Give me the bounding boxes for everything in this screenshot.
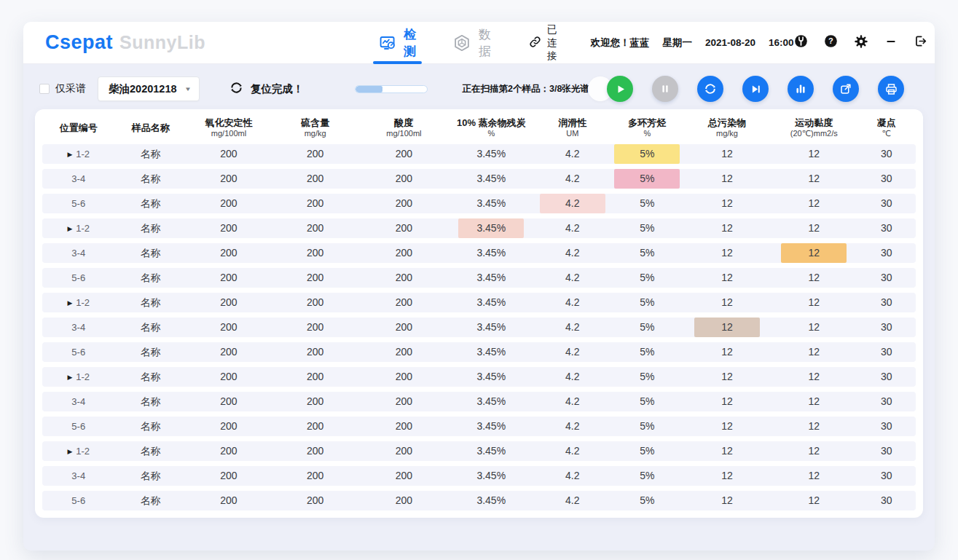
table-row[interactable]: 5-6名称2002002003.45%4.25%121230 [42,417,916,436]
chart-button[interactable] [788,76,814,102]
next-button[interactable] [742,76,769,102]
table-row[interactable]: 3-4名称2002002003.45%4.25%121230 [42,466,916,486]
exit-button[interactable] [914,34,927,51]
minimize-button[interactable] [884,35,898,51]
value-cell: 3.45% [449,491,535,510]
table-row[interactable]: ▶1-2名称2002002003.45%4.25%121230 [42,367,916,387]
expand-arrow-icon[interactable]: ▶ [67,442,72,462]
position-cell: 3-4 [42,466,115,486]
value-cell: 4.2 [534,144,611,164]
value-cell: 4.2 [534,392,611,411]
column-header: 硫含量mg/kg [271,117,359,139]
table-row[interactable]: 5-6名称2002002003.45%4.25%121230 [42,491,916,510]
value-cell: 12 [771,268,857,288]
expand-arrow-icon[interactable]: ▶ [67,145,72,165]
settings-button[interactable] [854,34,868,52]
active-tab-underline [373,61,422,64]
value-cell: 5% [611,194,684,213]
reset-refresh-icon [229,80,244,98]
value-cell: 200 [359,342,448,362]
expand-arrow-icon[interactable]: ▶ [67,219,72,239]
value-cell: 30 [857,268,916,288]
value-cell: 200 [271,293,359,312]
position-cell: 5-6 [42,491,115,510]
value-cell: 12 [771,491,857,510]
welcome-bar: 欢迎您！蓝蓝 星期一 2021-08-20 16:00 [590,36,793,50]
column-unit: UM [534,129,611,139]
column-title: 凝点 [857,117,916,129]
column-title: 运动黏度 [771,117,857,129]
value-cell: 200 [359,417,448,436]
welcome-weekday: 星期一 [662,36,692,50]
only-spectrum-checkbox[interactable]: 仅采谱 [39,82,86,95]
value-cell: 12 [683,367,771,387]
checkbox-box-icon[interactable] [39,84,50,94]
value-cell: 5% [611,293,684,312]
tool-button[interactable] [794,34,808,51]
position-cell: 5-6 [42,417,115,436]
value-cell: 3.45% [449,441,535,461]
table-row[interactable]: 3-4名称2002002003.45%4.25%121230 [42,243,916,263]
welcome-greeting: 欢迎您！蓝蓝 [590,36,649,50]
value-cell: 名称 [115,417,187,436]
position-label: 1-2 [76,297,90,308]
value-cell: 12 [683,293,771,312]
column-header: 10% 蒸余物残炭% [449,117,535,139]
column-unit: mg/100ml [359,129,448,139]
start-button[interactable] [607,76,633,102]
position-label: 5-6 [71,347,85,358]
value-cell: 4.2 [534,466,611,486]
column-title: 10% 蒸余物残炭 [449,117,535,129]
value-cell: 12 [771,218,857,238]
position-label: 1-2 [76,223,90,234]
tab-data[interactable]: 数据 [452,22,491,64]
table-row[interactable]: 5-6名称2002002003.45%4.25%121230 [42,194,916,213]
value-cell: 200 [187,194,271,213]
table-row[interactable]: 3-4名称2002002003.45%4.25%121230 [42,392,916,411]
table-row[interactable]: ▶1-2名称2002002003.45%4.25%121230 [42,218,916,238]
value-cell: 3.45% [449,466,535,486]
value-cell: 3.45% [449,417,535,436]
position-cell: ▶1-2 [42,293,115,312]
results-table: 位置编号样品名称氧化安定性mg/100ml硫含量mg/kg酸度mg/100ml1… [35,109,923,518]
column-unit: mg/100ml [187,129,271,139]
position-label: 1-2 [76,149,90,159]
sample-select[interactable]: 柴油20201218 ▼ [98,76,200,101]
app-window: Csepat SunnyLib 检测 数据 已连接 欢迎您！蓝蓝 星期一 202… [23,22,935,551]
value-cell: 200 [271,367,359,387]
table-row[interactable]: ▶1-2名称2002002003.45%4.25%121230 [42,441,916,461]
position-label: 5-6 [71,495,85,506]
position-cell: 3-4 [42,169,115,189]
value-cell: 200 [359,243,448,263]
export-button[interactable] [833,76,859,102]
value-cell: 200 [359,144,448,164]
play-icon [614,83,627,95]
value-cell: 200 [359,194,448,213]
column-header: 多环芳烃% [611,117,684,139]
table-row[interactable]: 3-4名称2002002003.45%4.25%121230 [42,169,916,189]
column-unit: mg/kg [271,129,359,139]
value-cell: 4.2 [534,417,611,436]
value-cell: 30 [857,218,916,238]
value-cell: 12 [771,367,857,387]
help-button[interactable]: ? [824,34,838,51]
chevron-down-icon: ▼ [184,86,192,92]
value-cell: 4.2 [534,491,611,510]
expand-arrow-icon[interactable]: ▶ [67,293,72,313]
value-cell: 200 [187,441,271,461]
tab-detection[interactable]: 检测 [379,22,416,64]
table-row[interactable]: 5-6名称2002002003.45%4.25%121230 [42,342,916,362]
refresh-button[interactable] [697,76,723,102]
table-row[interactable]: 3-4名称2002002003.45%4.25%121230 [42,318,916,337]
pause-button[interactable] [652,76,678,102]
table-row[interactable]: 5-6名称2002002003.45%4.25%121230 [42,268,916,288]
reset-status[interactable]: 复位完成！ [229,80,304,98]
table-row[interactable]: ▶1-2名称2002002003.45%4.25%121230 [42,144,916,164]
expand-arrow-icon[interactable]: ▶ [67,368,72,387]
table-row[interactable]: ▶1-2名称2002002003.45%4.25%121230 [42,293,916,312]
value-cell: 200 [359,293,448,312]
print-button[interactable] [878,76,904,102]
value-cell: 12 [683,194,771,213]
value-cell: 名称 [115,243,187,263]
value-cell: 12 [771,392,857,411]
